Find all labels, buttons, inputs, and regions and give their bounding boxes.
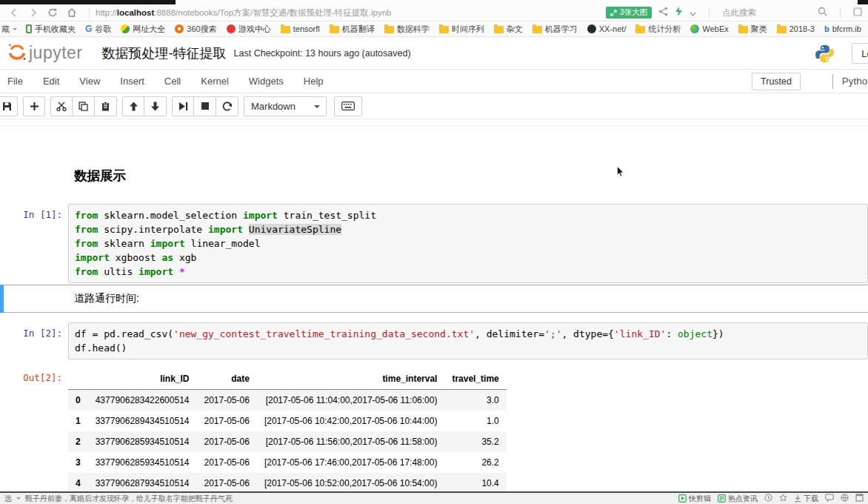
jupyter-logo-icon[interactable] bbox=[7, 42, 27, 64]
menu-view[interactable]: View bbox=[79, 76, 100, 87]
menu-insert[interactable]: Insert bbox=[120, 76, 144, 87]
output-area: link_IDdatetime_intervaltravel_time04377… bbox=[68, 367, 868, 494]
wangzhi-icon bbox=[121, 24, 130, 33]
paste-cell-button[interactable] bbox=[95, 96, 117, 116]
menu-kernel[interactable]: Kernel bbox=[201, 76, 229, 87]
bookmark-label: 手机收藏夹 bbox=[35, 24, 76, 35]
add-cell-button[interactable] bbox=[23, 96, 45, 116]
run-icon bbox=[178, 102, 188, 111]
code-cell-2: In [2]: df = pd.read_csv('new_gy_contest… bbox=[0, 322, 868, 359]
play-icon bbox=[678, 494, 687, 503]
table-row: 133779062894345105142017-05-06[2017-05-0… bbox=[68, 411, 507, 431]
bookmark-item[interactable]: bbfcrm.ib bbox=[824, 24, 861, 33]
menu-file[interactable]: File bbox=[7, 76, 23, 87]
command-palette-button[interactable] bbox=[334, 96, 362, 116]
quick-clip-tool[interactable]: 快剪辑 bbox=[678, 494, 711, 504]
trusted-button[interactable]: Trusted bbox=[752, 73, 801, 90]
browser-search-input[interactable]: 点此搜索 bbox=[722, 7, 811, 19]
column-header: time_interval bbox=[257, 368, 445, 390]
github-icon bbox=[587, 24, 596, 33]
bookmark-item[interactable]: 机器翻译 bbox=[330, 24, 375, 35]
home-icon[interactable] bbox=[64, 5, 80, 20]
network-icon[interactable] bbox=[841, 494, 849, 503]
bookmark-item[interactable]: 聚类 bbox=[738, 24, 767, 35]
cell-type-value: Markdown bbox=[251, 101, 296, 112]
favorites-menu[interactable]: 藏 bbox=[1, 24, 17, 35]
bookmark-item[interactable]: tensorfl bbox=[281, 24, 320, 33]
table-cell: [2017-05-06 17:46:00,2017-05-06 17:48:00… bbox=[257, 452, 445, 473]
markdown-cell-selected[interactable]: 道路通行时间: bbox=[0, 285, 868, 313]
menu-edit[interactable]: Edit bbox=[43, 76, 59, 87]
accelerator-icon[interactable] bbox=[675, 6, 683, 19]
code-editor[interactable]: from sklearn.model_selection import trai… bbox=[68, 204, 868, 283]
search-icon[interactable] bbox=[818, 6, 827, 19]
back-icon[interactable] bbox=[6, 5, 22, 20]
window-icon[interactable] bbox=[855, 494, 864, 503]
mouse-cursor bbox=[617, 166, 624, 180]
bookmark-label: 聚类 bbox=[751, 24, 767, 35]
bookmark-item[interactable]: 杂文 bbox=[494, 24, 523, 35]
code-editor[interactable]: df = pd.read_csv('new_gy_contest_travelt… bbox=[68, 322, 868, 359]
bookmark-item[interactable]: 游戏中心 bbox=[227, 24, 271, 35]
code-content: df = pd.read_csv('new_gy_contest_travelt… bbox=[75, 327, 861, 355]
browser-window: http://localhost:8888/notebooks/Top方案/智慧… bbox=[0, 0, 868, 504]
bookmark-item[interactable]: 统计分析 bbox=[635, 24, 681, 35]
jupyter-header: jupyter 数据预处理-特征提取 Last Checkpoint: 13 h… bbox=[0, 37, 868, 70]
move-cell-up-button[interactable] bbox=[122, 96, 144, 116]
forward-icon[interactable] bbox=[25, 5, 41, 20]
bookmark-item[interactable]: WebEx bbox=[690, 24, 728, 33]
code-line: df = pd.read_csv('new_gy_contest_travelt… bbox=[75, 327, 861, 341]
table-cell: 3.0 bbox=[444, 390, 506, 411]
tab-strip bbox=[0, 0, 176, 4]
notebook-title[interactable]: 数据预处理-特征提取 bbox=[102, 44, 227, 62]
run-cell-button[interactable] bbox=[172, 96, 194, 116]
bookmark-item[interactable]: 网址大全 bbox=[121, 24, 165, 35]
copy-cell-button[interactable] bbox=[73, 96, 95, 116]
share-icon[interactable] bbox=[658, 6, 668, 19]
logout-button[interactable]: Logout bbox=[852, 43, 868, 64]
bookmark-label: 杂文 bbox=[507, 24, 523, 35]
hot-news-tool[interactable]: 热点资讯 bbox=[718, 494, 758, 504]
download-tool[interactable]: 下载 bbox=[794, 494, 818, 504]
history-icon[interactable] bbox=[764, 494, 772, 503]
plugin-icon[interactable] bbox=[779, 494, 787, 503]
news-ticker[interactable]: 选 甄子丹前妻，离婚后才发现怀孕，给儿子取名字能把甄子丹气死 bbox=[4, 494, 233, 504]
folder-icon bbox=[738, 26, 748, 33]
save-button[interactable] bbox=[0, 96, 18, 116]
favorite-icon[interactable] bbox=[853, 6, 862, 19]
menu-cell[interactable]: Cell bbox=[164, 76, 181, 87]
jupyter-logo-text[interactable]: jupyter bbox=[29, 43, 83, 63]
bookmark-item[interactable]: G谷歌 bbox=[85, 24, 111, 35]
interrupt-kernel-button[interactable] bbox=[194, 96, 216, 116]
keyboard-icon bbox=[341, 102, 355, 110]
address-bar[interactable]: http://localhost:8888/notebooks/Top方案/智慧… bbox=[96, 7, 598, 19]
code-line: df.head() bbox=[75, 341, 861, 355]
cell-type-select[interactable]: Markdown bbox=[244, 96, 327, 116]
menu-help[interactable]: Help bbox=[304, 76, 324, 87]
column-header: travel_time bbox=[444, 368, 506, 390]
360-icon bbox=[175, 24, 184, 33]
output-cell: Out[2]: link_IDdatetime_intervaltravel_t… bbox=[0, 367, 868, 494]
refresh-icon[interactable] bbox=[44, 5, 61, 20]
big-image-badge[interactable]: 3张大图 bbox=[606, 7, 652, 19]
menubar: FileEditViewInsertCellKernelWidgetsHelp … bbox=[0, 70, 868, 93]
hot-news-label: 热点资讯 bbox=[728, 494, 758, 504]
copy-icon bbox=[79, 102, 88, 111]
row-index: 3 bbox=[68, 452, 88, 473]
move-cell-down-button[interactable] bbox=[144, 96, 167, 116]
bookmark-item[interactable]: 2018-3 bbox=[777, 24, 815, 33]
bookmark-item[interactable]: 手机收藏夹 bbox=[26, 24, 76, 35]
bookmark-item[interactable]: 机器学习 bbox=[533, 24, 578, 35]
table-cell: 26.2 bbox=[444, 452, 506, 473]
bookmark-item[interactable]: 360搜索 bbox=[175, 24, 216, 35]
bookmark-item[interactable]: XX-net/ bbox=[587, 24, 627, 33]
cut-cell-button[interactable] bbox=[50, 96, 73, 116]
message-icon[interactable] bbox=[825, 494, 834, 503]
stop-icon bbox=[201, 102, 210, 110]
bookmark-item[interactable]: 时间序列 bbox=[439, 24, 484, 35]
restart-kernel-button[interactable] bbox=[216, 96, 238, 116]
bookmark-item[interactable]: 数据科学 bbox=[384, 24, 430, 35]
bookmark-label: 2018-3 bbox=[789, 24, 815, 33]
chevron-down-icon[interactable] bbox=[690, 6, 696, 19]
menu-widgets[interactable]: Widgets bbox=[249, 76, 284, 87]
